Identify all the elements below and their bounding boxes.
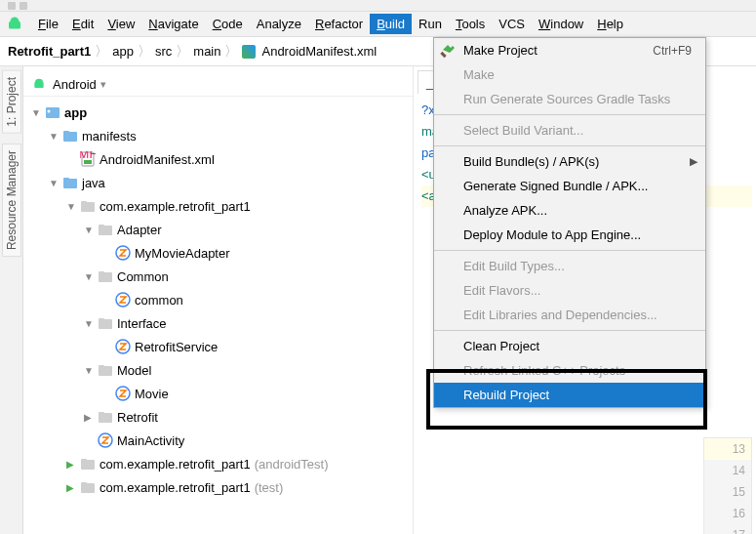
project-tool-tab[interactable]: 1: Project: [2, 70, 21, 134]
menu-item-label: Edit Build Types...: [463, 259, 565, 273]
menu-separator: [434, 114, 705, 115]
tree-node[interactable]: Movie: [23, 382, 413, 405]
menu-window[interactable]: Window: [532, 14, 590, 34]
menu-separator: [434, 330, 705, 331]
tree-node[interactable]: ▼Common: [23, 265, 413, 288]
expand-arrow-down-icon[interactable]: ▼: [49, 178, 60, 188]
chevron-down-icon: ▾: [100, 78, 106, 91]
breadcrumb-project[interactable]: Retrofit_part1: [8, 44, 91, 59]
menu-item-label: Edit Flavors...: [463, 283, 540, 298]
kt-icon: [115, 339, 131, 354]
menu-run[interactable]: Run: [412, 14, 449, 34]
menu-navigate[interactable]: Navigate: [141, 14, 205, 34]
menu-view[interactable]: View: [100, 14, 141, 34]
menu-item-deploy-module-to-app-engine[interactable]: Deploy Module to App Engine...: [434, 223, 705, 247]
folder-grey-icon: [98, 315, 113, 331]
tree-node[interactable]: RetrofitService: [23, 335, 413, 358]
tree-node-label: AndroidManifest.xml: [99, 152, 215, 167]
tree-node[interactable]: ▼com.example.retrofit_part1: [23, 194, 413, 218]
breadcrumb-file[interactable]: AndroidManifest.xml: [261, 44, 377, 59]
expand-arrow-right-icon[interactable]: ▶: [84, 412, 96, 423]
expand-arrow-down-icon[interactable]: ▼: [84, 225, 96, 235]
tree-node-label: com.example.retrofit_part1: [99, 199, 251, 214]
breadcrumb-part[interactable]: app: [112, 44, 134, 59]
svg-rect-7: [63, 131, 69, 134]
menu-item-label: Analyze APK...: [463, 203, 547, 218]
menu-item-make-project[interactable]: Make ProjectCtrl+F9: [434, 38, 705, 62]
tree-node-label: Adapter: [117, 223, 162, 237]
android-studio-logo-icon: [6, 16, 23, 33]
menu-item-label: Run Generate Sources Gradle Tasks: [463, 92, 670, 106]
menu-item-build-bundle-s-apk-s[interactable]: Build Bundle(s) / APK(s)▶: [434, 149, 705, 174]
kt-icon: [115, 292, 131, 308]
svg-rect-19: [99, 271, 104, 274]
tree-node[interactable]: MFAndroidManifest.xml: [23, 147, 413, 171]
menu-item-analyze-apk[interactable]: Analyze APK...: [434, 198, 705, 223]
manifest-file-icon: [242, 45, 256, 59]
chevron-right-icon: 〉: [176, 43, 189, 61]
tree-node[interactable]: ▼app: [23, 101, 413, 124]
folder-grey-icon: [98, 362, 113, 378]
svg-rect-33: [81, 482, 87, 485]
tree-node-label: Common: [117, 269, 169, 284]
menu-item-generate-signed-bundle-apk[interactable]: Generate Signed Bundle / APK...: [434, 174, 705, 198]
svg-text:MF: MF: [80, 151, 96, 161]
menu-help[interactable]: Help: [590, 14, 630, 34]
menu-item-label: Edit Libraries and Dependencies...: [463, 308, 657, 322]
menu-edit[interactable]: Edit: [65, 14, 100, 34]
menu-build[interactable]: Build: [370, 14, 412, 34]
tree-node[interactable]: MyMovieAdapter: [23, 241, 413, 265]
folder-grey-icon: [80, 479, 96, 495]
tree-node[interactable]: MainActivity: [23, 429, 413, 452]
tree-node[interactable]: ▼Interface: [23, 311, 413, 335]
tree-node[interactable]: ▶com.example.retrofit_part1 (androidTest…: [23, 452, 413, 475]
menu-item-clean-project[interactable]: Clean Project: [434, 334, 705, 358]
resource-manager-tab[interactable]: Resource Manager: [2, 144, 21, 257]
tool-window-gutter: 1: Project Resource Manager: [0, 66, 23, 534]
tree-node[interactable]: ▼manifests: [23, 124, 413, 147]
menu-file[interactable]: File: [31, 14, 65, 34]
menu-item-rebuild-project[interactable]: Rebuild Project: [434, 383, 705, 407]
menu-analyze[interactable]: Analyze: [250, 14, 308, 34]
svg-rect-34: [440, 51, 446, 57]
tree-node-suffix: (test): [255, 480, 284, 495]
expand-arrow-down-icon[interactable]: ▼: [84, 365, 96, 376]
xml-icon: MF: [80, 151, 96, 167]
tree-node-label: Interface: [117, 316, 167, 331]
menu-item-label: Rebuild Project: [463, 388, 549, 402]
folder-grey-icon: [80, 456, 96, 472]
tree-node[interactable]: ▶Retrofit: [23, 405, 413, 429]
tree-node-label: MainActivity: [117, 433, 184, 448]
breadcrumb-part[interactable]: src: [155, 44, 172, 59]
expand-arrow-right-icon[interactable]: ▶: [66, 459, 78, 470]
expand-arrow-right-icon[interactable]: ▶: [66, 482, 78, 493]
expand-arrow-down-icon[interactable]: ▼: [49, 131, 60, 142]
tree-node-label: java: [82, 176, 105, 190]
tree-node[interactable]: ▼java: [23, 171, 413, 194]
menu-vcs[interactable]: VCS: [492, 14, 532, 34]
tree-node[interactable]: ▼Model: [23, 358, 413, 382]
tree-node[interactable]: ▶com.example.retrofit_part1 (test): [23, 475, 413, 499]
build-menu-dropdown: Make ProjectCtrl+F9MakeRun Generate Sour…: [433, 37, 706, 408]
tree-node-label: com.example.retrofit_part1: [99, 480, 251, 495]
folder-blue-icon: [62, 128, 78, 144]
expand-arrow-down-icon[interactable]: ▼: [84, 318, 96, 329]
project-view-selector[interactable]: Android ▾: [23, 72, 413, 97]
expand-arrow-down-icon[interactable]: ▼: [66, 201, 78, 212]
menu-item-label: Refresh Linked C++ Projects: [463, 363, 625, 378]
menubar: FileEditViewNavigateCodeAnalyzeRefactorB…: [0, 12, 756, 37]
svg-rect-12: [63, 178, 69, 181]
breadcrumb-part[interactable]: main: [193, 44, 220, 59]
menu-tools[interactable]: Tools: [449, 14, 492, 34]
menu-item-edit-libraries-and-dependencies: Edit Libraries and Dependencies...: [434, 303, 705, 327]
expand-arrow-down-icon[interactable]: ▼: [84, 271, 96, 282]
tree-node-label: RetrofitService: [135, 340, 218, 354]
tree-node[interactable]: common: [23, 288, 413, 311]
menu-refactor[interactable]: Refactor: [308, 14, 370, 34]
expand-arrow-down-icon[interactable]: ▼: [31, 107, 43, 118]
menu-item-label: Make Project: [463, 43, 537, 58]
tree-node[interactable]: ▼Adapter: [23, 218, 413, 241]
tree-node-label: manifests: [82, 129, 137, 144]
menu-item-label: Select Build Variant...: [463, 123, 583, 138]
menu-code[interactable]: Code: [206, 14, 250, 34]
